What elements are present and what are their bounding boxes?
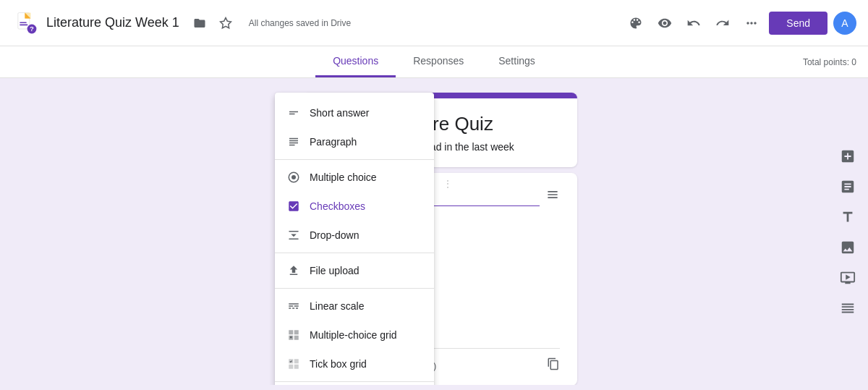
tab-settings[interactable]: Settings (481, 46, 553, 77)
send-button[interactable]: Send (769, 12, 827, 35)
menu-item-dropdown[interactable]: Drop-down (275, 221, 434, 250)
add-image-button[interactable] (833, 233, 862, 262)
tab-questions[interactable]: Questions (315, 46, 396, 77)
add-section-button[interactable] (833, 294, 862, 323)
undo-button[interactable] (682, 12, 705, 35)
add-video-button[interactable] (833, 263, 862, 292)
tick-grid-icon (286, 357, 301, 371)
short-answer-icon (286, 106, 301, 120)
dropdown-icon (286, 228, 301, 242)
svg-point-11 (290, 336, 292, 339)
divider-4 (275, 381, 434, 382)
star-button[interactable] (214, 12, 237, 35)
divider-2 (275, 253, 434, 253)
top-bar-icons (188, 12, 237, 35)
svg-rect-9 (289, 231, 299, 232)
svg-rect-10 (289, 239, 299, 240)
menu-item-checkboxes[interactable]: Checkboxes (275, 192, 434, 221)
right-toolbar (827, 136, 868, 370)
menu-item-tick-grid[interactable]: Tick box grid (275, 349, 434, 378)
svg-rect-2 (20, 22, 27, 23)
folder-button[interactable] (188, 12, 211, 35)
svg-rect-3 (20, 24, 27, 25)
app-logo: ? (12, 9, 41, 38)
checkboxes-icon (286, 199, 301, 213)
multiple-choice-icon (286, 170, 301, 185)
tab-responses[interactable]: Responses (396, 46, 481, 77)
preview-button[interactable] (653, 12, 676, 35)
doc-title: Literature Quiz Week 1 (46, 15, 179, 30)
divider-1 (275, 159, 434, 160)
left-spacer (0, 93, 58, 370)
svg-point-8 (292, 175, 296, 179)
tabs-inner: Questions Responses Settings (315, 46, 553, 77)
more-button[interactable] (740, 12, 763, 35)
svg-marker-6 (220, 17, 231, 27)
tabs-wrapper: Questions Responses Settings Total point… (0, 46, 868, 78)
top-bar-right: Send A (624, 12, 856, 35)
add-title-button[interactable] (833, 203, 862, 232)
main-area: Short Literature Quiz Covering books we'… (0, 78, 868, 385)
menu-item-short-answer[interactable]: Short answer (275, 98, 434, 127)
avatar: A (833, 12, 856, 35)
dropdown-menu: Short answer Paragraph Multiple choice C… (275, 93, 434, 385)
palette-button[interactable] (624, 12, 647, 35)
top-bar: ? Literature Quiz Week 1 All changes sav… (0, 0, 868, 46)
import-questions-button[interactable] (833, 172, 862, 201)
menu-item-multiple-choice[interactable]: Multiple choice (275, 163, 434, 192)
top-bar-left: ? Literature Quiz Week 1 All changes sav… (12, 9, 351, 38)
form-column: Short Literature Quiz Covering books we'… (58, 93, 822, 370)
linear-scale-icon (286, 299, 301, 313)
mc-grid-icon (286, 328, 301, 342)
redo-button[interactable] (711, 12, 734, 35)
copy-icon-button[interactable] (547, 357, 560, 374)
divider-3 (275, 288, 434, 289)
menu-item-mc-grid[interactable]: Multiple-choice grid (275, 321, 434, 349)
question-type-icon[interactable] (545, 187, 560, 205)
paragraph-icon (286, 135, 301, 149)
svg-text:?: ? (30, 25, 34, 33)
menu-item-file-upload[interactable]: File upload (275, 256, 434, 285)
total-points: Total points: 0 (803, 57, 856, 67)
file-upload-icon (286, 263, 301, 278)
menu-item-linear-scale[interactable]: Linear scale (275, 292, 434, 321)
menu-item-paragraph[interactable]: Paragraph (275, 127, 434, 156)
save-status: All changes saved in Drive (249, 18, 351, 28)
add-question-button[interactable] (833, 142, 862, 171)
